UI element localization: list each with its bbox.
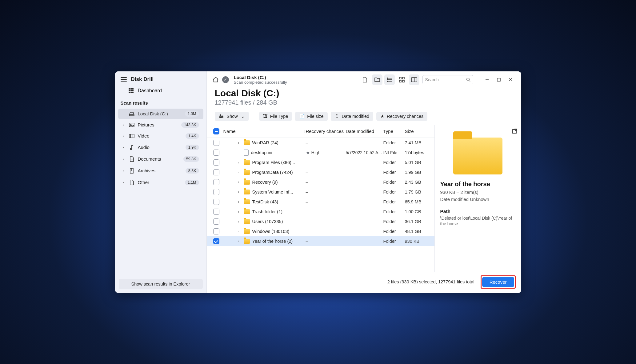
row-checkbox[interactable] <box>213 228 219 234</box>
folder-icon <box>244 199 250 204</box>
home-icon[interactable] <box>212 76 219 83</box>
table-row[interactable]: ›Recovery (9)–Folder2.43 GB <box>207 177 434 187</box>
sidebar-item-video[interactable]: ›Video1.4K <box>118 131 203 141</box>
table-row[interactable]: ›Trash folder (1)–Folder1.00 GB <box>207 207 434 217</box>
show-filter-button[interactable]: Show ⌄ <box>215 112 249 121</box>
expand-icon[interactable]: › <box>236 180 241 184</box>
table-row[interactable]: ›ProgramData (7424)–Folder1.99 GB <box>207 167 434 177</box>
sidebar-item-local-disk-c-[interactable]: ›Local Disk (C:)1.3M <box>118 109 203 119</box>
search-icon <box>466 78 470 82</box>
row-name: System Volume Inf... <box>252 190 293 194</box>
row-type: Folder <box>383 229 405 234</box>
row-size: 48.1 GB <box>405 229 430 234</box>
row-checkbox[interactable] <box>213 150 219 156</box>
row-recovery: – <box>306 140 346 145</box>
folder-view-icon[interactable] <box>372 74 382 85</box>
row-checkbox[interactable] <box>213 140 219 146</box>
hamburger-icon[interactable] <box>121 77 127 82</box>
table-row[interactable]: ›Year of the horse (2)–Folder930 KB <box>207 236 434 246</box>
row-checkbox[interactable] <box>213 159 219 166</box>
scan-results-heading: Scan results <box>115 97 206 108</box>
filter-date-modified[interactable]: 🗓Date modified <box>331 112 373 121</box>
row-checkbox[interactable] <box>213 209 219 215</box>
expand-icon[interactable]: › <box>236 190 241 194</box>
nav-dashboard[interactable]: Dashboard <box>115 85 206 97</box>
expand-icon[interactable]: › <box>236 229 241 234</box>
filter-file-size[interactable]: 📄File size <box>295 112 327 121</box>
show-in-explorer-button[interactable]: Show scan results in Explorer <box>119 279 203 289</box>
table-row[interactable]: ›TestDisk (43)–Folder65.9 MB <box>207 197 434 207</box>
detail-date: Date modified Unknown <box>440 197 516 202</box>
folder-icon <box>244 219 250 224</box>
image-icon <box>129 122 135 127</box>
sidebar-item-label: Documents <box>138 156 180 162</box>
panel-view-icon[interactable] <box>409 74 419 85</box>
row-checkbox[interactable] <box>213 179 219 185</box>
chevron-right-icon: › <box>121 145 126 150</box>
sidebar-item-label: Archives <box>138 168 182 173</box>
expand-icon[interactable]: › <box>236 200 241 204</box>
column-size[interactable]: Size <box>405 129 430 134</box>
row-checkbox[interactable] <box>213 189 219 195</box>
chevron-right-icon: › <box>121 123 126 127</box>
sidebar-item-pictures[interactable]: ›Pictures143.3K <box>118 120 203 130</box>
svg-rect-0 <box>129 114 134 116</box>
folder-icon <box>244 170 250 175</box>
row-checkbox[interactable] <box>213 238 219 244</box>
disk-icon <box>129 111 135 116</box>
audio-icon <box>129 144 135 150</box>
expand-icon[interactable]: › <box>236 160 241 165</box>
popout-icon[interactable] <box>512 128 518 134</box>
expand-icon[interactable]: › <box>236 239 241 243</box>
row-checkbox[interactable] <box>213 169 219 175</box>
expand-icon[interactable]: › <box>236 210 241 214</box>
chevron-right-icon: › <box>121 180 126 185</box>
app-window: Disk Drill Dashboard Scan results ›Local… <box>115 71 521 293</box>
file-view-icon[interactable] <box>360 74 370 85</box>
svg-line-36 <box>515 129 517 131</box>
row-size: 5.01 GB <box>405 160 430 165</box>
filter-file-type[interactable]: 🖼File Type <box>259 112 292 121</box>
column-name[interactable]: Name↓ <box>222 129 306 134</box>
sidebar-item-label: Video <box>138 133 182 138</box>
row-checkbox[interactable] <box>213 199 219 205</box>
nav-dashboard-label: Dashboard <box>138 88 162 94</box>
page-subtitle: 1277941 files / 284 GB <box>215 99 513 106</box>
chevron-right-icon: › <box>121 134 126 138</box>
table-row[interactable]: ›System Volume Inf...–Folder1.79 GB <box>207 187 434 197</box>
expand-icon[interactable]: › <box>236 141 241 145</box>
sidebar-item-archives[interactable]: ›Archives8.3K <box>118 165 203 176</box>
table-body[interactable]: ›WinRAR (24)–Folder7.41 MB›desktop.ini★H… <box>207 138 434 272</box>
expand-icon[interactable]: › <box>236 219 241 224</box>
search-input[interactable]: Search <box>422 75 473 84</box>
window-close-button[interactable] <box>505 74 516 85</box>
recover-button[interactable]: Recover <box>482 277 514 287</box>
sidebar-item-documents[interactable]: ›Documents59.8K <box>118 154 203 165</box>
select-all-checkbox[interactable] <box>213 128 219 134</box>
list-view-icon[interactable] <box>384 74 395 85</box>
column-recovery[interactable]: Recovery chances <box>306 129 346 134</box>
grid-view-icon[interactable] <box>397 74 407 85</box>
window-maximize-button[interactable] <box>494 74 504 85</box>
table-row[interactable]: ›WinRAR (24)–Folder7.41 MB <box>207 138 434 148</box>
column-date[interactable]: Date modified <box>346 129 383 134</box>
svg-rect-19 <box>399 80 401 82</box>
filter-bar: Show ⌄ 🖼File Type 📄File size 🗓Date modif… <box>207 107 521 125</box>
sidebar-item-audio[interactable]: ›Audio1.9K <box>118 142 203 153</box>
table-row[interactable]: ›Users (107335)–Folder36.1 GB <box>207 217 434 226</box>
chevron-right-icon: › <box>121 157 126 161</box>
filter-recovery-chances[interactable]: ★Recovery chances <box>376 112 427 121</box>
row-checkbox[interactable] <box>213 218 219 225</box>
row-size: 1.00 GB <box>405 209 430 214</box>
row-recovery: – <box>306 190 346 194</box>
column-type[interactable]: Type <box>383 129 405 134</box>
window-minimize-button[interactable] <box>482 74 492 85</box>
table-row[interactable]: ›Program Files (x86)...–Folder5.01 GB <box>207 158 434 167</box>
sidebar-item-other[interactable]: ›Other1.1M <box>118 177 203 188</box>
row-recovery: – <box>306 170 346 175</box>
table-row[interactable]: ›desktop.ini★High5/7/2022 10:52 A...INI … <box>207 148 434 158</box>
table-row[interactable]: ›Windows (180103)–Folder48.1 GB <box>207 226 434 236</box>
row-recovery: ★High <box>306 150 346 155</box>
svg-rect-21 <box>411 78 417 82</box>
expand-icon[interactable]: › <box>236 170 241 174</box>
